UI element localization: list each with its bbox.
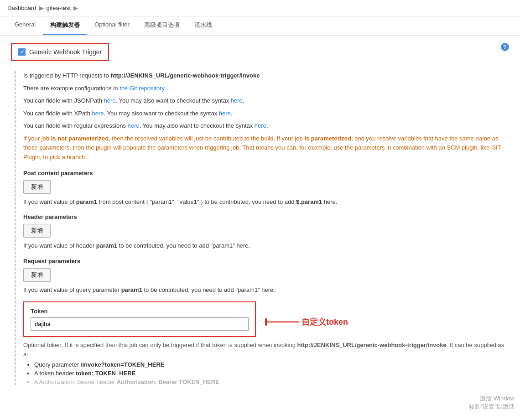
jsonpath-line: You can fiddle with JSONPath here. You m…	[23, 96, 509, 105]
token-input-extended[interactable]	[164, 317, 249, 331]
request-params-note: If you want value of query parameter par…	[23, 285, 509, 295]
trigger-label: Generic Webhook Trigger	[29, 48, 102, 56]
jsonpath-link2[interactable]: here	[231, 97, 243, 104]
token-section: Token	[23, 301, 256, 337]
bullet-token-header: A token header token: TOKEN_HERE	[34, 370, 509, 377]
warn-text: If your job is not parameterized, then t…	[23, 134, 509, 162]
add-post-param-button[interactable]: 新增	[23, 180, 51, 194]
header-params-note: If you want value of header param1 to be…	[23, 241, 509, 250]
tabs-bar: General 构建触发器 Optional filter 高级项目选项 流水线	[0, 16, 520, 36]
breadcrumb: Dashboard ▶ gitea-test ▶	[0, 0, 520, 16]
xpath-link2[interactable]: here	[219, 110, 231, 117]
generic-webhook-checkbox[interactable]	[18, 48, 26, 56]
help-icon[interactable]: ?	[501, 43, 509, 51]
bullet-bearer-header: A Authorization: Bearer header Authoriza…	[34, 379, 509, 385]
watermark-line2: 转到"设置"以激活	[469, 403, 515, 411]
watermark-line1: 激活 Window	[469, 394, 515, 403]
token-input-row	[31, 317, 249, 331]
regex-line: You can fiddle with regular expressions …	[23, 121, 509, 130]
breadcrumb-dashboard[interactable]: Dashboard	[7, 5, 36, 11]
tab-pipeline[interactable]: 流水线	[187, 16, 219, 35]
custom-token-annotation: 自定义token	[302, 316, 348, 327]
token-supply-list: Query parameter /invoke?token=TOKEN_HERE…	[34, 361, 509, 385]
token-input[interactable]	[31, 317, 164, 331]
request-params-title: Request parameters	[23, 258, 509, 264]
tab-optional-filter[interactable]: Optional filter	[87, 16, 137, 35]
red-arrow-icon	[265, 315, 302, 329]
bullet-query-param: Query parameter /invoke?token=TOKEN_HERE	[34, 361, 509, 368]
http-info-line: Is triggered by HTTP requests to http://…	[23, 71, 509, 80]
breadcrumb-project[interactable]: gitea-test	[47, 5, 71, 11]
tab-build-trigger[interactable]: 构建触发器	[43, 16, 87, 35]
add-header-param-button[interactable]: 新增	[23, 224, 51, 238]
header-params-title: Header parameters	[23, 213, 509, 220]
example-line: There are example configurations in the …	[23, 84, 509, 93]
xpath-link1[interactable]: here	[92, 110, 104, 117]
tab-advanced[interactable]: 高级项目选项	[137, 16, 187, 35]
optional-token-text: Optional token. If it is specified then …	[23, 341, 509, 358]
regex-link1[interactable]: here	[128, 122, 140, 129]
token-label: Token	[31, 308, 249, 315]
post-params-note: If you want value of param1 from post co…	[23, 197, 509, 207]
regex-link2[interactable]: here	[255, 122, 266, 129]
trigger-section: Generic Webhook Trigger	[11, 43, 109, 61]
jsonpath-link1[interactable]: here	[104, 97, 116, 104]
breadcrumb-arrow-2: ▶	[73, 5, 78, 11]
breadcrumb-arrow-1: ▶	[39, 5, 44, 11]
tab-general[interactable]: General	[7, 16, 43, 35]
content-area: Generic Webhook Trigger ? Is triggered b…	[0, 36, 520, 420]
xpath-line: You can fiddle with XPath here. You may …	[23, 109, 509, 118]
add-request-param-button[interactable]: 新增	[23, 268, 51, 282]
watermark: 激活 Window 转到"设置"以激活	[469, 394, 520, 411]
git-repo-link[interactable]: the Git repository	[120, 85, 164, 92]
post-params-title: Post content parameters	[23, 170, 509, 176]
